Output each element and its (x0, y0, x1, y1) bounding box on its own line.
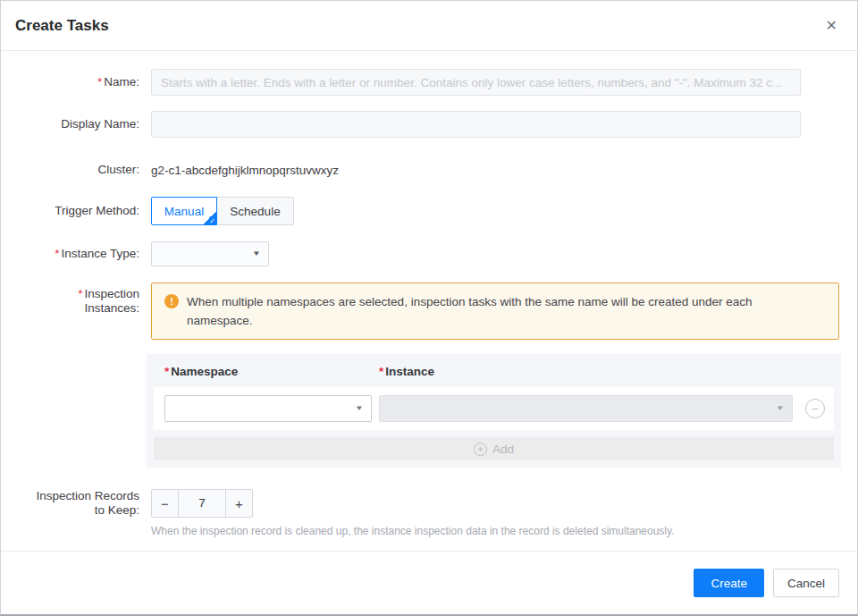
stepper-decrease-button[interactable]: − (152, 490, 179, 517)
instances-table-header: *Namespace *Instance (154, 354, 834, 387)
warning-icon: ! (164, 294, 179, 308)
stepper-value[interactable]: 7 (179, 490, 225, 517)
add-row-button[interactable]: + Add (154, 437, 834, 460)
required-marker: * (97, 75, 102, 89)
dialog-footer: Create Cancel (1, 551, 857, 614)
inspection-instances-row: *Inspection Instances: ! When multiple n… (1, 283, 857, 340)
create-button[interactable]: Create (694, 569, 764, 597)
display-name-row: Display Name: (1, 111, 857, 138)
trigger-method-label: Trigger Method: (1, 204, 139, 218)
check-icon: ✓ (209, 218, 215, 225)
inspection-instances-label: *Inspection Instances: (1, 283, 139, 316)
cluster-value: g2-c1-abcdefghijklmnopqrstuvwxyz (151, 164, 339, 177)
required-marker: * (379, 365, 383, 378)
chevron-down-icon: ▼ (776, 404, 785, 412)
cancel-button[interactable]: Cancel (773, 569, 839, 597)
records-label-line2: to Keep: (95, 503, 139, 517)
trigger-manual-button[interactable]: Manual ✓ (151, 197, 217, 225)
instances-table-row: ▼ ▼ − (154, 387, 834, 430)
records-help-row: When the inspection record is cleaned up… (1, 525, 857, 537)
required-marker: * (78, 287, 82, 300)
instance-column-label: Instance (385, 365, 434, 378)
records-stepper: − 7 + (151, 489, 253, 518)
display-name-input[interactable] (151, 111, 801, 138)
name-row: *Name: (1, 69, 857, 96)
dialog-header: Create Tasks ✕ (1, 1, 857, 51)
stepper-increase-button[interactable]: + (225, 490, 252, 517)
inspection-instances-label-line1: Inspection (84, 287, 139, 300)
instance-type-row: *Instance Type: ▼ (1, 241, 857, 266)
instance-type-label-text: Instance Type: (61, 247, 139, 260)
add-row-label: Add (492, 443, 514, 456)
name-label: *Name: (1, 75, 139, 89)
trigger-method-toggle: Manual ✓ Schedule (151, 197, 294, 225)
trigger-schedule-button[interactable]: Schedule (217, 197, 294, 225)
required-marker: * (164, 365, 169, 378)
trigger-manual-label: Manual (164, 205, 204, 218)
namespace-column-label: Namespace (171, 365, 238, 378)
records-label-line1: Inspection Records (36, 489, 139, 502)
namespace-select[interactable]: ▼ (164, 395, 372, 422)
plus-circle-icon: + (474, 443, 487, 456)
records-help-text: When the inspection record is cleaned up… (151, 525, 857, 537)
close-icon[interactable]: ✕ (826, 19, 837, 33)
namespace-column-header: *Namespace (164, 365, 379, 378)
selected-corner-badge: ✓ (203, 211, 216, 224)
namespace-warning-banner: ! When multiple namespaces are selected,… (151, 283, 839, 340)
name-input[interactable] (151, 69, 801, 96)
create-task-form: *Name: Display Name: Cluster: g2-c1-abcd… (1, 51, 857, 537)
name-label-text: Name: (104, 75, 139, 89)
instance-column-header: *Instance (379, 365, 434, 378)
dialog-title: Create Tasks (15, 17, 109, 35)
warning-text: When multiple namespaces are selected, i… (187, 292, 803, 330)
records-to-keep-row: Inspection Records to Keep: − 7 + (1, 489, 857, 518)
display-name-label: Display Name: (1, 117, 139, 131)
remove-row-icon[interactable]: − (805, 399, 825, 418)
instance-type-label: *Instance Type: (1, 247, 139, 261)
trigger-method-row: Trigger Method: Manual ✓ Schedule (1, 197, 857, 225)
inspection-instances-panel: *Namespace *Instance ▼ ▼ − + Add (147, 354, 841, 468)
create-tasks-dialog: Create Tasks ✕ *Name: Display Name: Clus… (0, 0, 858, 616)
cluster-row: Cluster: g2-c1-abcdefghijklmnopqrstuvwxy… (1, 161, 857, 179)
instance-select-disabled: ▼ (379, 395, 793, 422)
instance-type-select[interactable]: ▼ (151, 241, 269, 266)
cluster-label: Cluster: (1, 163, 139, 177)
required-marker: * (55, 247, 59, 260)
inspection-instances-label-line2: Instances: (84, 301, 139, 315)
trigger-schedule-label: Schedule (230, 205, 280, 218)
chevron-down-icon: ▼ (355, 404, 364, 412)
chevron-down-icon: ▼ (252, 249, 261, 257)
records-to-keep-label: Inspection Records to Keep: (1, 489, 139, 518)
